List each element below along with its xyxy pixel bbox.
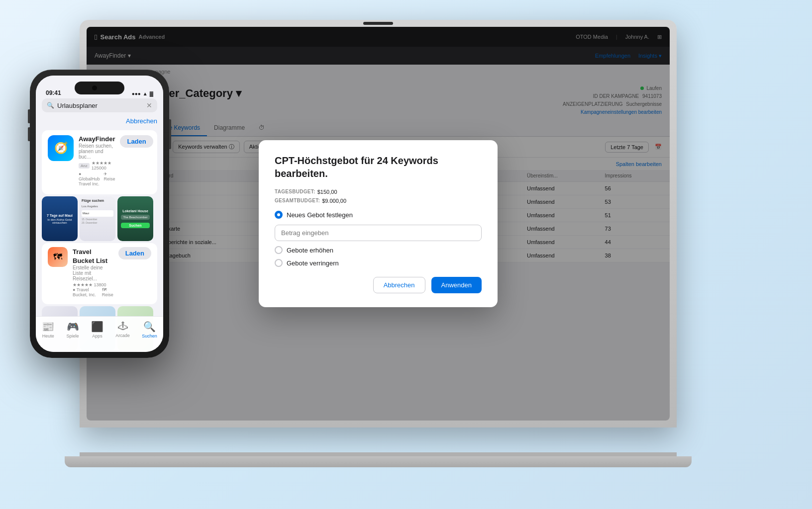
- option-decrease[interactable]: Gebote verringern: [275, 259, 482, 267]
- front-camera: [92, 85, 97, 90]
- nav-spiele-label: Spiele: [67, 334, 79, 339]
- screenshot-2-content: Flüge suchen Los Angeles Maui 15. Dezemb…: [82, 198, 113, 225]
- get-travelbucket-button[interactable]: Laden: [118, 247, 151, 259]
- nav-arcade[interactable]: 🕹 Arcade: [115, 321, 130, 338]
- total-label: GESAMTBUDGET:: [275, 198, 320, 204]
- app-info-travelbucket: Travel Bucket List Erstelle deine Liste …: [73, 247, 113, 297]
- app-rating: ★★★★★ 125000: [92, 161, 115, 170]
- budget-value: $150,00: [317, 189, 337, 195]
- app2-developer: ● Travel Bucket, Inc.: [73, 287, 99, 297]
- modal-overlay: CPT-Höchstgebot für 24 Keywords bearbeit…: [87, 27, 670, 421]
- laptop-screen:  Search Ads Advanced OTOD Media | Johnn…: [87, 27, 670, 421]
- search-input-row: 🔍 Urlaubsplaner ✕: [42, 98, 157, 112]
- power-button: [169, 119, 171, 149]
- cancel-button-row: Abbrechen: [36, 116, 163, 128]
- app-result-top-2: 🗺 Travel Bucket List Erstelle deine List…: [48, 247, 151, 297]
- screenshot-caption-1: 7 Tage auf Maui In den Aloha-Geist einta…: [44, 212, 76, 226]
- iphone-device: 09:41 ●●● ▲ ▓ 🔍 Urlaubsplaner ✕ A: [30, 70, 169, 358]
- search-input-left: 🔍 Urlaubsplaner: [47, 102, 98, 109]
- app-screenshots-row: 7 Tage auf Maui In den Aloha-Geist einta…: [36, 196, 163, 241]
- option-increase[interactable]: Gebote erhöhen: [275, 246, 482, 254]
- laptop-base: [65, 456, 692, 467]
- radio-increase[interactable]: [275, 246, 283, 254]
- nav-spiele[interactable]: 🎮 Spiele: [67, 321, 79, 339]
- option-new-bid-label: Neues Gebot festlegen: [287, 211, 353, 219]
- cpt-bid-modal: CPT-Höchstgebot für 24 Keywords bearbeit…: [259, 140, 498, 307]
- laptop-body:  Search Ads Advanced OTOD Media | Johnn…: [80, 20, 677, 427]
- signal-icon: ●●●: [132, 91, 141, 96]
- nav-suchen[interactable]: 🔍 Suchen: [142, 321, 157, 339]
- heute-icon: 📰: [42, 321, 54, 333]
- modal-title: CPT-Höchstgebot für 24 Keywords bearbeit…: [275, 154, 482, 180]
- time-display: 09:41: [46, 89, 61, 96]
- nav-suchen-label: Suchen: [142, 334, 157, 339]
- bid-amount-input[interactable]: [275, 225, 482, 241]
- app-result-travelbucket[interactable]: 🗺 Travel Bucket List Erstelle deine List…: [42, 243, 157, 304]
- apply-button[interactable]: Anwenden: [431, 277, 482, 293]
- nav-heute-label: Heute: [42, 334, 54, 339]
- screenshot-3-content: Lokelani House The Beachcomber Suchen: [119, 207, 151, 230]
- app-desc-travelbucket: Erstelle deine Liste mit Reiseziel...: [73, 265, 113, 281]
- app-name-travelbucket: Travel Bucket List: [73, 248, 107, 264]
- modal-actions: Abbrechen Anwenden: [275, 277, 482, 293]
- ad-badge: Anz: [79, 163, 90, 169]
- volume-up-button: [28, 109, 30, 123]
- battery-icon: ▓: [150, 91, 153, 96]
- app2-category: 🗺 Reise: [102, 287, 113, 297]
- option-decrease-label: Gebote verringern: [287, 259, 339, 267]
- screenshot-2: Flüge suchen Los Angeles Maui 15. Dezemb…: [80, 196, 115, 241]
- app-result-awayfinder[interactable]: 🧭 AwayFinder Reisen suchen, planen und b…: [42, 130, 157, 194]
- app-desc-awayfinder: Reisen suchen, planen und buc...: [79, 143, 115, 160]
- wifi-icon: ▲: [143, 91, 148, 96]
- nav-apps-label: Apps: [92, 334, 102, 339]
- app-name-awayfinder: AwayFinder: [79, 135, 115, 143]
- screenshot-1: 7 Tage auf Maui In den Aloha-Geist einta…: [42, 196, 78, 241]
- search-magnifier-icon: 🔍: [47, 102, 54, 109]
- dynamic-island: [75, 82, 124, 94]
- status-icons: ●●● ▲ ▓: [132, 91, 153, 96]
- clear-search-icon[interactable]: ✕: [146, 101, 152, 109]
- modal-total-row: GESAMTBUDGET: $9.000,00: [275, 198, 482, 204]
- phone-screen: 09:41 ●●● ▲ ▓ 🔍 Urlaubsplaner ✕ A: [36, 76, 163, 352]
- app-icon-awayfinder: 🧭: [48, 135, 74, 161]
- app-result-top: 🧭 AwayFinder Reisen suchen, planen und b…: [48, 135, 151, 186]
- radio-decrease[interactable]: [275, 259, 283, 267]
- suchen-icon: 🔍: [143, 321, 156, 333]
- modal-options: Neues Gebot festlegen Gebote erhöhen: [275, 211, 482, 267]
- arcade-icon: 🕹: [118, 321, 128, 332]
- option-increase-label: Gebote erhöhen: [287, 247, 333, 254]
- laptop-hinge: [80, 452, 677, 456]
- screenshot-3: Lokelani House The Beachcomber Suchen: [117, 196, 153, 241]
- laptop-camera: [363, 22, 393, 25]
- app-store-search-bar: 🔍 Urlaubsplaner ✕: [36, 98, 163, 116]
- app-info-awayfinder: AwayFinder Reisen suchen, planen und buc…: [79, 135, 115, 186]
- option-new-bid[interactable]: Neues Gebot festlegen: [275, 211, 482, 219]
- app-icon-travelbucket: 🗺: [48, 247, 68, 267]
- apps-icon: ⬛: [91, 321, 103, 333]
- budget-label: TAGESBUDGET:: [275, 189, 315, 195]
- app-store-bottom-nav: 📰 Heute 🎮 Spiele ⬛ Apps 🕹 Arcade 🔍: [36, 316, 163, 352]
- app-category: ✈ Reise: [103, 171, 115, 186]
- modal-budget-row: TAGESBUDGET: $150,00: [275, 189, 482, 195]
- get-awayfinder-button[interactable]: Laden: [120, 135, 153, 148]
- search-query-text[interactable]: Urlaubsplaner: [57, 102, 98, 109]
- cancel-button[interactable]: Abbrechen: [373, 277, 425, 293]
- radio-new-bid[interactable]: [275, 211, 283, 219]
- search-ads-ui:  Search Ads Advanced OTOD Media | Johnn…: [87, 27, 670, 421]
- phone-body: 09:41 ●●● ▲ ▓ 🔍 Urlaubsplaner ✕ A: [30, 70, 169, 358]
- app-developer: ● GlobalHub Travel Inc.: [79, 171, 101, 186]
- nav-apps[interactable]: ⬛ Apps: [91, 321, 103, 339]
- spiele-icon: 🎮: [67, 321, 79, 333]
- nav-heute[interactable]: 📰 Heute: [42, 321, 54, 339]
- nav-arcade-label: Arcade: [115, 333, 130, 338]
- search-cancel-button[interactable]: Abbrechen: [126, 117, 157, 125]
- laptop-device:  Search Ads Advanced OTOD Media | Johnn…: [80, 20, 677, 467]
- total-value: $9.000,00: [322, 198, 346, 204]
- app2-rating: ★★★★★ 13800: [73, 282, 106, 287]
- volume-down-button: [28, 127, 30, 141]
